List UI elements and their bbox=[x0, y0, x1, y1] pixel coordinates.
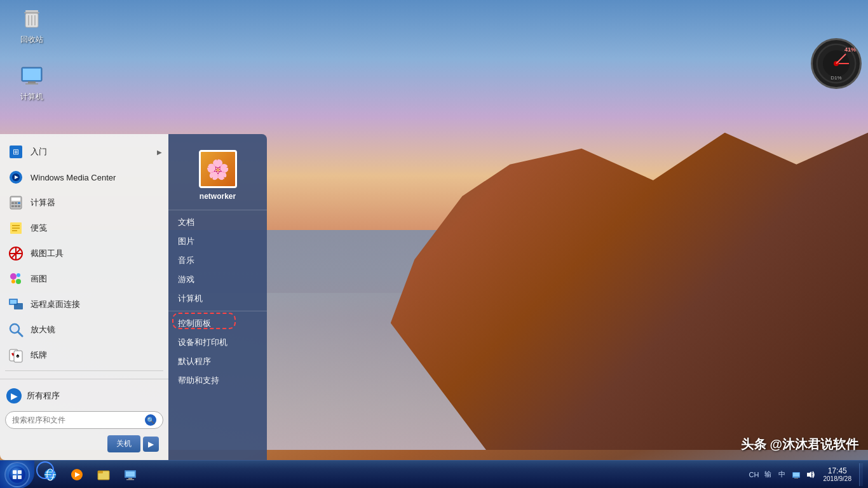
menu-item-magnifier[interactable]: 放大镜 bbox=[0, 317, 168, 342]
svg-rect-24 bbox=[11, 205, 14, 207]
svg-rect-40 bbox=[14, 303, 23, 309]
menu-divider-1 bbox=[5, 370, 163, 371]
solitaire-icon: ♥ ♠ bbox=[6, 346, 25, 365]
tray-ime[interactable]: 输 bbox=[763, 469, 774, 480]
right-menu-music[interactable]: 音乐 bbox=[168, 251, 267, 270]
recycle-bin-icon[interactable]: 回收站 bbox=[6, 6, 57, 45]
right-menu-documents[interactable]: 文档 bbox=[168, 213, 267, 232]
search-input[interactable] bbox=[12, 416, 145, 424]
start-button[interactable] bbox=[0, 461, 34, 489]
right-menu-computer[interactable]: 计算机 bbox=[168, 289, 267, 308]
svg-rect-26 bbox=[18, 205, 20, 207]
menu-item-calculator[interactable]: 计算器 bbox=[0, 190, 168, 215]
svg-rect-53 bbox=[18, 475, 22, 479]
right-menu-devices[interactable]: 设备和打印机 bbox=[168, 333, 267, 352]
taskbar-network[interactable] bbox=[118, 463, 142, 486]
svg-rect-9 bbox=[25, 83, 38, 85]
computer-image bbox=[19, 64, 44, 89]
svg-rect-70 bbox=[794, 478, 798, 478]
start-menu-right-panel: 🌸 networker 文档 图片 音乐 游戏 计算机 控制面板 设备和打印机 … bbox=[168, 134, 267, 460]
right-panel-divider-mid bbox=[168, 311, 267, 311]
tray-volume-icon[interactable] bbox=[804, 469, 816, 480]
svg-point-35 bbox=[10, 273, 17, 280]
taskbar-ie[interactable] bbox=[38, 463, 62, 486]
wmc-icon bbox=[6, 168, 25, 187]
right-menu-default-programs[interactable]: 默认程序 bbox=[168, 352, 267, 371]
menu-item-snipping[interactable]: 截图工具 bbox=[0, 241, 168, 266]
svg-point-37 bbox=[16, 279, 21, 284]
right-menu-games[interactable]: 游戏 bbox=[168, 270, 267, 289]
svg-rect-51 bbox=[18, 470, 22, 474]
menu-item-wmc[interactable]: Windows Media Center bbox=[0, 165, 168, 190]
system-monitor-widget: 41% D1% bbox=[811, 38, 862, 89]
menu-item-remote[interactable]: 远程桌面连接 bbox=[0, 292, 168, 317]
snipping-icon bbox=[6, 244, 25, 263]
system-tray: CH 输 中 bbox=[743, 461, 869, 488]
menu-item-paint[interactable]: 画图 bbox=[0, 266, 168, 292]
right-menu-control-panel-wrapper: 控制面板 bbox=[168, 314, 267, 333]
svg-rect-21 bbox=[11, 202, 14, 204]
taskbar-media-player[interactable] bbox=[65, 463, 89, 486]
tray-icons-group: CH 输 中 bbox=[749, 469, 816, 480]
right-menu-pictures[interactable]: 图片 bbox=[168, 232, 267, 251]
menu-item-solitaire[interactable]: ♥ ♠ 纸牌 bbox=[0, 342, 168, 368]
snipping-label: 截图工具 bbox=[31, 248, 162, 259]
svg-point-49 bbox=[9, 466, 25, 483]
all-programs-item[interactable]: ▶ 所有程序 bbox=[0, 384, 168, 407]
magnifier-label: 放大镜 bbox=[31, 324, 162, 336]
svg-point-36 bbox=[17, 273, 20, 277]
stickynotes-label: 便笺 bbox=[31, 222, 162, 234]
username-label: networker bbox=[200, 192, 236, 201]
svg-text:⊞: ⊞ bbox=[13, 147, 19, 156]
recycle-bin-image bbox=[19, 6, 44, 32]
show-desktop-button[interactable] bbox=[859, 463, 863, 486]
all-programs-label: 所有程序 bbox=[27, 390, 60, 402]
user-profile: 🌸 networker bbox=[168, 140, 267, 207]
menu-bottom: ▶ 所有程序 🔍 关机 ▶ bbox=[0, 379, 168, 460]
magnifier-icon bbox=[6, 320, 25, 339]
wmc-label: Windows Media Center bbox=[31, 173, 162, 182]
tray-ime2[interactable]: 中 bbox=[776, 469, 788, 480]
menu-item-stickynotes[interactable]: 便笺 bbox=[0, 215, 168, 241]
search-button[interactable]: 🔍 bbox=[145, 414, 156, 426]
start-menu-left-panel: ⊞ 入门 ▶ Windows Media Cente bbox=[0, 134, 168, 460]
svg-point-38 bbox=[11, 280, 15, 283]
svg-rect-50 bbox=[13, 470, 17, 474]
svg-rect-65 bbox=[126, 471, 135, 477]
shutdown-button[interactable]: 关机 bbox=[107, 435, 140, 452]
menu-programs-list: ⊞ 入门 ▶ Windows Media Cente bbox=[0, 134, 168, 379]
tray-network-icon[interactable] bbox=[790, 469, 802, 480]
right-panel-divider-top bbox=[168, 210, 267, 210]
svg-line-44 bbox=[18, 332, 22, 336]
svg-marker-71 bbox=[807, 471, 811, 478]
svg-rect-0 bbox=[25, 10, 38, 12]
svg-point-43 bbox=[12, 326, 17, 331]
recycle-bin-label: 回收站 bbox=[20, 34, 43, 45]
getting-started-label: 入门 bbox=[31, 146, 157, 158]
svg-rect-67 bbox=[126, 479, 134, 480]
right-menu-help[interactable]: 帮助和支持 bbox=[168, 371, 267, 390]
computer-icon[interactable]: 计算机 bbox=[6, 64, 57, 102]
user-avatar[interactable]: 🌸 bbox=[199, 150, 237, 188]
desktop: 回收站 计算机 41% D1% bbox=[0, 0, 868, 488]
svg-rect-7 bbox=[23, 69, 41, 80]
svg-rect-22 bbox=[15, 202, 17, 204]
clock-display[interactable]: 17:45 2018/9/28 bbox=[820, 466, 856, 482]
svg-rect-66 bbox=[128, 478, 132, 479]
remote-icon bbox=[6, 295, 25, 314]
svg-rect-69 bbox=[793, 473, 799, 477]
paint-icon bbox=[6, 269, 25, 288]
menu-item-getting-started[interactable]: ⊞ 入门 ▶ bbox=[0, 139, 168, 165]
svg-rect-20 bbox=[11, 198, 20, 201]
search-box: 🔍 bbox=[5, 411, 163, 429]
svg-text:♠: ♠ bbox=[16, 352, 20, 359]
calculator-icon bbox=[6, 193, 25, 212]
computer-label: 计算机 bbox=[20, 92, 43, 102]
taskbar: CH 输 中 bbox=[0, 460, 868, 488]
tray-lang[interactable]: CH bbox=[749, 469, 760, 480]
right-menu-control-panel[interactable]: 控制面板 bbox=[168, 314, 267, 333]
shutdown-arrow-button[interactable]: ▶ bbox=[143, 437, 159, 452]
calculator-label: 计算器 bbox=[31, 197, 162, 208]
solitaire-label: 纸牌 bbox=[31, 349, 162, 361]
taskbar-explorer[interactable] bbox=[92, 463, 116, 486]
